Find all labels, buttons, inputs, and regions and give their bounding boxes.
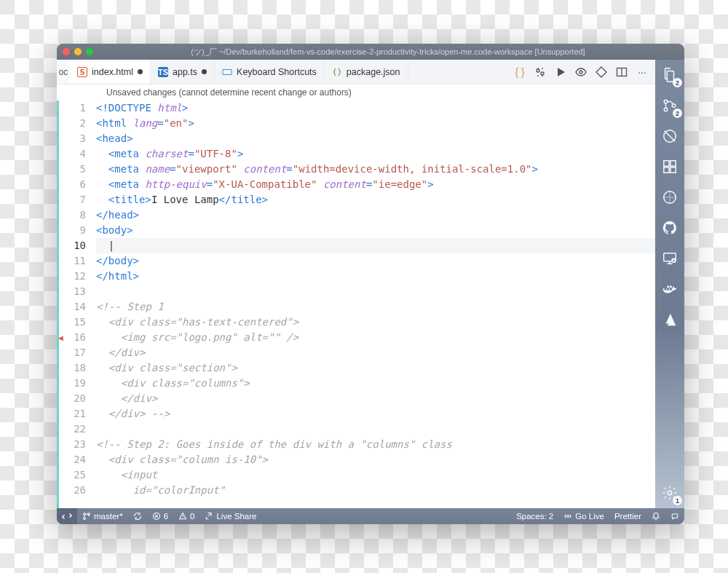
- preview-icon[interactable]: [575, 66, 587, 78]
- no-symbol-icon[interactable]: [660, 188, 679, 207]
- notifications-bell-icon[interactable]: [646, 508, 665, 524]
- feedback-icon[interactable]: [665, 508, 684, 524]
- line-gutter: 1234567891011121314151617181920212223242…: [57, 100, 96, 508]
- tab-label: app.ts: [173, 67, 197, 77]
- tab-index-html[interactable]: 5 index.html: [70, 60, 151, 84]
- braces-icon[interactable]: { }: [514, 66, 526, 78]
- docker-icon[interactable]: [660, 280, 679, 299]
- files-icon[interactable]: 2: [660, 66, 679, 84]
- svg-rect-0: [223, 69, 232, 74]
- minimize-window[interactable]: [74, 48, 82, 55]
- debug-icon[interactable]: [660, 127, 679, 146]
- prettier[interactable]: Prettier: [609, 508, 646, 524]
- gutter-marker: ◄: [57, 333, 65, 342]
- more-actions-icon[interactable]: ···: [636, 66, 648, 78]
- close-window[interactable]: [63, 48, 70, 55]
- tab-package-json[interactable]: package.json: [325, 60, 408, 84]
- typescript-icon: TS: [158, 67, 168, 77]
- code-content[interactable]: <!DOCTYPE html><html lang="en"><head> <m…: [96, 100, 655, 508]
- svg-point-16: [84, 513, 86, 515]
- tab-label: index.html: [92, 67, 133, 77]
- live-share[interactable]: Live Share: [199, 508, 261, 524]
- scm-badge: 2: [673, 108, 682, 118]
- json-icon: [332, 67, 342, 77]
- tab-app-ts[interactable]: TS app.ts: [151, 60, 215, 84]
- split-editor-icon[interactable]: [616, 66, 628, 78]
- svg-point-4: [664, 100, 668, 103]
- sync-button[interactable]: [128, 508, 147, 524]
- problems-warnings[interactable]: 0: [173, 508, 199, 524]
- tab-bar: oc 5 index.html TS app.ts Keyboard Shor: [57, 60, 655, 84]
- azure-icon[interactable]: [660, 310, 679, 329]
- svg-point-1: [579, 71, 582, 74]
- window-title: (ツ)_厂 ~/Dev/burkeholland/fem-vs-code/exe…: [98, 47, 678, 58]
- svg-point-17: [84, 518, 86, 520]
- html5-icon: 5: [77, 67, 87, 77]
- source-control-icon[interactable]: 2: [660, 96, 679, 115]
- status-bar: master* 6 0 Live Share Spaces: 2 Go Live…: [57, 508, 684, 524]
- svg-point-20: [567, 515, 569, 518]
- svg-rect-10: [670, 167, 676, 173]
- tab-label: package.json: [347, 67, 400, 77]
- svg-point-15: [668, 491, 672, 495]
- svg-point-5: [664, 108, 668, 111]
- compare-icon[interactable]: [534, 66, 546, 78]
- indentation[interactable]: Spaces: 2: [511, 508, 558, 524]
- tab-label: Keyboard Shortcuts: [237, 67, 317, 77]
- dirty-indicator: [138, 69, 143, 74]
- settings-badge: 1: [673, 496, 682, 505]
- files-badge: 2: [673, 78, 682, 87]
- svg-rect-8: [664, 161, 669, 166]
- editor-actions: { } ···: [507, 60, 655, 84]
- maximize-window[interactable]: [86, 48, 93, 55]
- window-controls: [63, 48, 93, 55]
- vscode-window: (ツ)_厂 ~/Dev/burkeholland/fem-vs-code/exe…: [57, 44, 684, 524]
- remote-indicator[interactable]: [57, 508, 77, 524]
- go-live[interactable]: Go Live: [558, 508, 609, 524]
- code-editor[interactable]: 1234567891011121314151617181920212223242…: [57, 100, 655, 508]
- svg-point-6: [672, 104, 676, 108]
- git-branch[interactable]: master*: [77, 508, 128, 524]
- svg-rect-11: [670, 161, 676, 166]
- tab-keyboard-shortcuts[interactable]: Keyboard Shortcuts: [215, 60, 325, 84]
- editor-group: oc 5 index.html TS app.ts Keyboard Shor: [57, 60, 655, 508]
- extensions-icon[interactable]: [660, 157, 679, 176]
- run-icon[interactable]: [555, 66, 566, 78]
- problems-errors[interactable]: 6: [147, 508, 173, 524]
- remote-explorer-icon[interactable]: [660, 249, 679, 268]
- dirty-indicator: [202, 69, 207, 74]
- titlebar[interactable]: (ツ)_厂 ~/Dev/burkeholland/fem-vs-code/exe…: [57, 44, 684, 60]
- scm-info-bar: Unsaved changes (cannot determine recent…: [57, 84, 655, 100]
- github-icon[interactable]: [660, 218, 679, 237]
- tab-overflow-left[interactable]: oc: [57, 60, 70, 84]
- diff-icon[interactable]: [596, 66, 607, 78]
- settings-gear-icon[interactable]: 1: [660, 483, 679, 502]
- activity-bar: 2 2: [655, 60, 684, 508]
- keyboard-icon: [222, 67, 232, 77]
- svg-rect-9: [664, 167, 669, 173]
- workbench: oc 5 index.html TS app.ts Keyboard Shor: [57, 60, 684, 508]
